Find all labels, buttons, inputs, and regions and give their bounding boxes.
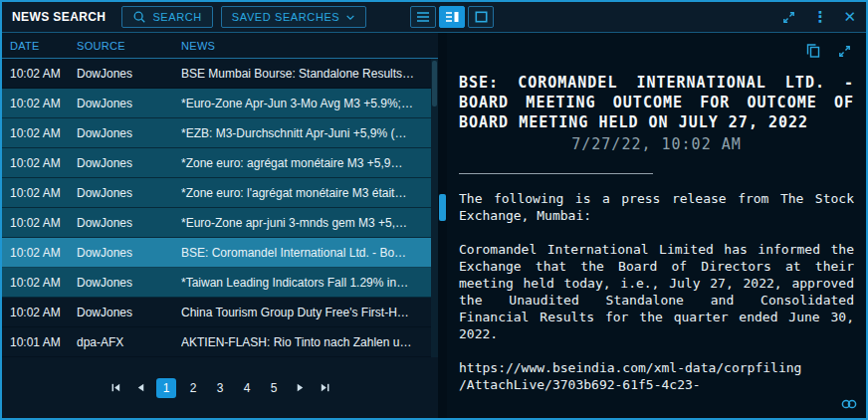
- article-panel: BSE: COROMANDEL INTERNATIONAL LTD. - BOA…: [447, 33, 866, 418]
- page-numbers: 12345: [156, 378, 284, 398]
- table-row[interactable]: 10:02 AM DowJones *Zone euro: agrégat mo…: [2, 148, 438, 178]
- next-page-button[interactable]: [291, 379, 309, 397]
- chevron-down-icon: [345, 14, 355, 21]
- cell-source: DowJones: [77, 216, 181, 230]
- cell-news: *Taiwan Leading Indicators Fall 1.29% in…: [181, 276, 428, 290]
- first-page-button[interactable]: [107, 379, 124, 397]
- cell-source: DowJones: [77, 97, 181, 110]
- article-body: The following is a press release from Th…: [459, 190, 854, 418]
- first-page-icon: [110, 382, 121, 393]
- news-table-body: 10:02 AM DowJones BSE Mumbai Bourse: Sta…: [2, 59, 438, 357]
- headline-separator: [459, 173, 653, 174]
- close-icon[interactable]: ✕: [843, 10, 856, 25]
- expand-article-button[interactable]: [837, 43, 852, 59]
- window-title: NEWS SEARCH: [12, 10, 106, 24]
- article-paragraph: The following is a press release from Th…: [459, 190, 854, 224]
- table-row[interactable]: 10:02 AM DowJones *Euro-Zone Apr-Jun 3-M…: [2, 89, 438, 118]
- article-paragraph: https://www.bseindia.com/xml-data/corpfi…: [459, 359, 854, 393]
- search-button[interactable]: SEARCH: [121, 6, 212, 28]
- article-toolbar: [459, 33, 854, 61]
- table-row[interactable]: 10:02 AM DowJones *Zone euro: l'agrégat …: [2, 178, 438, 208]
- cell-news: *Euro-Zone Apr-Jun 3-Mo Avg M3 +5.9%;…: [181, 97, 428, 110]
- cell-date: 10:02 AM: [10, 246, 77, 260]
- cell-news: China Tourism Group Duty Free's First-H…: [181, 306, 428, 319]
- expand-window-button[interactable]: [781, 10, 796, 25]
- cell-date: 10:02 AM: [10, 186, 77, 200]
- single-view-icon: [475, 11, 488, 23]
- article-paragraph: Coromandel International Limited has inf…: [459, 241, 854, 342]
- copy-article-button[interactable]: [805, 43, 821, 59]
- single-view-button[interactable]: [468, 6, 494, 28]
- article-scrollbar-thumb[interactable]: [439, 194, 446, 221]
- cell-date: 10:01 AM: [10, 335, 77, 349]
- table-row[interactable]: 10:02 AM DowJones BSE Mumbai Bourse: Sta…: [2, 59, 438, 89]
- page-button-4[interactable]: 4: [237, 378, 257, 398]
- last-page-icon: [320, 382, 330, 393]
- expand-icon: [837, 44, 852, 59]
- table-row[interactable]: 10:01 AM dpa-AFX AKTIEN-FLASH: Rio Tinto…: [2, 327, 438, 357]
- news-search-window: { "colors": { "accent": "#2aa8e0", "bord…: [0, 0, 868, 420]
- menu-kebab-icon[interactable]: ⋮: [812, 10, 827, 25]
- column-header-date[interactable]: DATE: [10, 40, 77, 52]
- link-icon[interactable]: [840, 397, 858, 415]
- cell-source: DowJones: [77, 306, 181, 319]
- column-header-news[interactable]: NEWS: [181, 40, 438, 52]
- saved-searches-dropdown[interactable]: SAVED SEARCHES: [221, 6, 366, 28]
- search-button-label: SEARCH: [152, 11, 201, 23]
- pagination: 12345: [2, 357, 438, 418]
- titlebar-controls: ⋮ ✕: [781, 10, 856, 25]
- cell-date: 10:02 AM: [10, 306, 77, 319]
- cell-news: *Euro-Zone apr-juni 3-mnds gem M3 +5,…: [181, 216, 428, 230]
- table-row[interactable]: 10:02 AM DowJones China Tourism Group Du…: [2, 298, 438, 327]
- cell-news: *EZB: M3-Durchschnitt Apr-Juni +5,9% (…: [181, 126, 428, 140]
- cell-source: DowJones: [77, 276, 181, 290]
- view-toggle-group: [410, 6, 494, 28]
- table-row[interactable]: 10:02 AM DowJones *Euro-Zone apr-juni 3-…: [2, 208, 438, 238]
- titlebar: NEWS SEARCH SEARCH SAVED SEARCHES ⋮ ✕: [2, 2, 866, 33]
- news-list-panel: DATE SOURCE NEWS 10:02 AM DowJones BSE M…: [2, 33, 438, 418]
- table-row[interactable]: 10:02 AM DowJones *EZB: M3-Durchschnitt …: [2, 118, 438, 148]
- table-header: DATE SOURCE NEWS: [2, 33, 438, 59]
- cell-date: 10:02 AM: [10, 97, 77, 110]
- cell-source: DowJones: [77, 156, 181, 170]
- cell-news: BSE Mumbai Bourse: Standalone Results…: [181, 67, 428, 81]
- page-button-1[interactable]: 1: [156, 378, 176, 398]
- cell-source: DowJones: [77, 126, 181, 140]
- prev-page-button[interactable]: [131, 379, 149, 397]
- cell-date: 10:02 AM: [10, 126, 77, 140]
- cell-date: 10:02 AM: [10, 276, 77, 290]
- saved-searches-label: SAVED SEARCHES: [232, 11, 339, 23]
- cell-news: *Zone euro: l'agrégat monétaire M3 était…: [181, 186, 428, 200]
- table-row[interactable]: 10:02 AM DowJones *Taiwan Leading Indica…: [2, 268, 438, 298]
- article-scrollbar[interactable]: [438, 33, 447, 418]
- news-list-scrollbar-thumb[interactable]: [432, 61, 437, 106]
- column-header-source[interactable]: SOURCE: [77, 40, 181, 52]
- list-view-button[interactable]: [410, 6, 436, 28]
- cell-news: AKTIEN-FLASH: Rio Tinto nach Zahlen u…: [181, 335, 428, 349]
- cell-news: *Zone euro: agrégat monétaire M3 +5,9…: [181, 156, 428, 170]
- main-area: DATE SOURCE NEWS 10:02 AM DowJones BSE M…: [2, 33, 866, 418]
- page-button-2[interactable]: 2: [183, 378, 203, 398]
- cell-source: DowJones: [77, 67, 181, 81]
- split-view-icon: [445, 11, 459, 23]
- search-icon: [132, 10, 146, 24]
- table-row[interactable]: 10:02 AM DowJones BSE: Coromandel Intern…: [2, 238, 438, 268]
- cell-source: DowJones: [77, 186, 181, 200]
- cell-date: 10:02 AM: [10, 156, 77, 170]
- article-headline: BSE: COROMANDEL INTERNATIONAL LTD. - BOA…: [459, 73, 854, 132]
- article-timestamp: 7/27/22, 10:02 AM: [459, 135, 854, 153]
- cell-source: DowJones: [77, 246, 181, 260]
- cell-date: 10:02 AM: [10, 216, 77, 230]
- page-button-5[interactable]: 5: [264, 378, 284, 398]
- split-view-button[interactable]: [439, 6, 465, 28]
- cell-news: BSE: Coromandel International Ltd. - Bo…: [181, 246, 428, 260]
- prev-page-icon: [135, 382, 146, 393]
- page-button-3[interactable]: 3: [210, 378, 230, 398]
- cell-source: dpa-AFX: [77, 335, 181, 349]
- expand-icon: [781, 10, 796, 25]
- copy-icon: [805, 43, 821, 59]
- list-view-icon: [416, 11, 430, 23]
- last-page-button[interactable]: [316, 379, 333, 397]
- news-list-scrollbar[interactable]: [431, 59, 438, 357]
- next-page-icon: [295, 382, 306, 393]
